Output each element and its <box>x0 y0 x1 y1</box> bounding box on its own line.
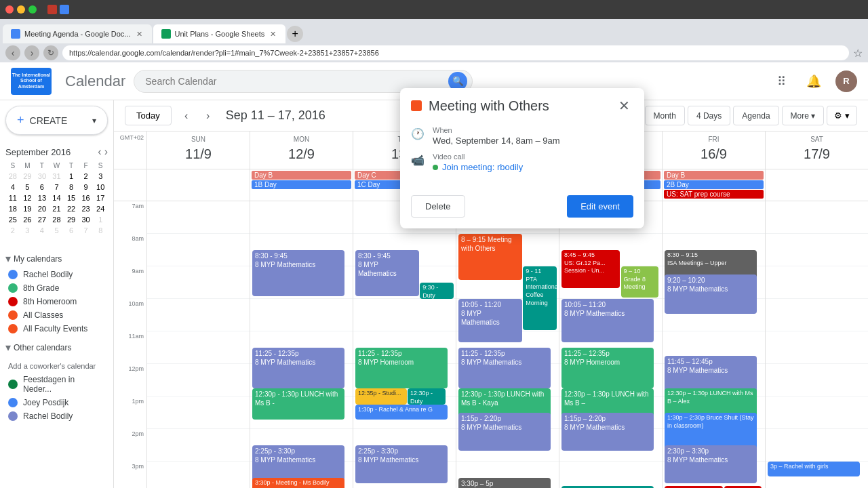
day-num-sat[interactable]: 17/9 <box>806 143 828 165</box>
mini-cal-day-3-3[interactable]: 21 <box>50 203 64 214</box>
cal-item-rachel2[interactable]: Rachel Bodily <box>5 409 108 423</box>
close-button[interactable] <box>5 5 14 14</box>
mini-cal-day-3-0[interactable]: 18 <box>5 203 20 214</box>
cal-item-allclasses[interactable]: All Classes <box>5 308 108 322</box>
event-fri-maths1[interactable]: 9:20 – 10:208 MYP Mathematics <box>665 274 757 314</box>
view-more[interactable]: More ▾ <box>782 106 825 125</box>
new-tab-button[interactable]: + <box>287 26 303 42</box>
mini-cal-day-2-3[interactable]: 14 <box>50 192 64 203</box>
mini-cal-day-4-1[interactable]: 26 <box>20 214 35 225</box>
avatar[interactable]: R <box>835 70 857 92</box>
event-tue-studi[interactable]: 12:35p - Studi... <box>355 388 407 405</box>
forward-button[interactable]: › <box>24 45 39 60</box>
mini-cal-day-0-4[interactable]: 1 <box>64 171 79 182</box>
event-sat-rachel[interactable]: 3p – Rachel with girls <box>768 462 860 476</box>
other-calendars-header[interactable]: ▾ Other calendars <box>5 336 108 357</box>
notifications-button[interactable]: 🔔 <box>803 70 825 92</box>
popup-close-button[interactable]: ✕ <box>614 96 633 115</box>
event-wed-maths3[interactable]: 1:15p - 2:20p8 MYP Mathematics <box>458 413 551 451</box>
cal-item-joey[interactable]: Joey Posdijk <box>5 396 108 409</box>
event-fri-maths3[interactable]: 2:30p – 3:30p8 MYP Mathematics <box>665 445 757 483</box>
tab-2[interactable]: Unit Plans - Google Sheets ✕ <box>153 24 286 43</box>
edit-event-button[interactable]: Edit event <box>567 195 633 218</box>
mini-cal-day-5-0[interactable]: 2 <box>5 225 20 236</box>
event-thu-grade8[interactable]: 9 – 10 Grade 8 Meeting <box>621 266 659 298</box>
mini-cal-day-3-5[interactable]: 23 <box>79 203 94 214</box>
mini-cal-day-0-1[interactable]: 29 <box>20 171 35 182</box>
cal-item-allfaculty[interactable]: All Faculty Events <box>5 322 108 336</box>
create-button[interactable]: + CREATE ▾ <box>5 106 108 135</box>
event-mon-meeting[interactable]: 3:30p - Meeting - Ms Bodily <box>252 478 344 488</box>
my-calendars-header[interactable]: ▾ My calendars <box>5 247 108 268</box>
event-wed-maths1[interactable]: 10:05 - 11:208 MYP Mathematics <box>458 299 522 342</box>
today-button[interactable]: Today <box>125 106 172 125</box>
event-tue-duty2[interactable]: 12:30p - Duty <box>408 388 446 405</box>
mini-cal-day-2-2[interactable]: 13 <box>35 192 50 203</box>
mini-cal-day-1-2[interactable]: 6 <box>35 182 50 192</box>
event-tue-maths2[interactable]: 2:25p - 3:30p8 MYP Mathematics <box>355 445 448 483</box>
cal-item-rachel[interactable]: Rachel Bodily <box>5 268 108 281</box>
mini-cal-day-2-5[interactable]: 16 <box>79 192 94 203</box>
mini-cal-day-5-6[interactable]: 8 <box>93 225 108 236</box>
mini-cal-day-5-2[interactable]: 4 <box>35 225 50 236</box>
mini-cal-day-3-1[interactable]: 19 <box>20 203 35 214</box>
mini-cal-day-5-3[interactable]: 5 <box>50 225 64 236</box>
back-button[interactable]: ‹ <box>5 45 20 60</box>
all-day-event-dayb-fri[interactable]: Day B <box>664 171 764 180</box>
delete-button[interactable]: Delete <box>411 195 465 218</box>
mini-cal-day-4-3[interactable]: 28 <box>50 214 64 225</box>
event-tue-rachel[interactable]: 1:30p - Rachel & Anna re G <box>355 405 448 420</box>
mini-cal-day-0-5[interactable]: 2 <box>79 171 94 182</box>
mini-cal-prev[interactable]: ‹ <box>98 146 101 158</box>
mini-cal-day-0-0[interactable]: 28 <box>5 171 20 182</box>
mini-cal-day-4-2[interactable]: 27 <box>35 214 50 225</box>
event-mon-maths1[interactable]: 8:30 - 9:458 MYP Mathematics <box>252 250 344 296</box>
day-num-mon[interactable]: 12/9 <box>291 143 313 165</box>
prev-arrow[interactable]: ‹ <box>177 106 196 125</box>
event-thu-maths1[interactable]: 10:05 – 11:208 MYP Mathematics <box>561 299 654 342</box>
join-meeting-link[interactable]: Join meeting: rbodily <box>433 162 523 172</box>
cal-item-8homeroom[interactable]: 8th Homeroom <box>5 295 108 308</box>
mini-cal-day-4-5[interactable]: 30 <box>79 214 94 225</box>
event-wed-pta[interactable]: 9 - 11 PTA International Coffee Morning <box>523 266 557 330</box>
mini-cal-day-3-6[interactable]: 24 <box>93 203 108 214</box>
tab-close-2[interactable]: ✕ <box>269 30 277 39</box>
refresh-button[interactable]: ↻ <box>43 45 58 60</box>
all-day-event-dayb-mon[interactable]: Day B <box>252 171 351 180</box>
event-tue-duty1[interactable]: 9:30 - Duty <box>420 283 454 299</box>
event-mon-lunch[interactable]: 12:30p - 1:30p LUNCH with Ms B - <box>252 388 344 420</box>
mini-cal-day-3-4[interactable]: 22 <box>64 203 79 214</box>
mini-cal-day-0-3[interactable]: 31 <box>50 171 64 182</box>
mini-cal-day-5-4[interactable]: 6 <box>64 225 79 236</box>
event-tue-homeroom[interactable]: 11:25 - 12:35p8 MYP Homeroom <box>355 348 448 388</box>
minimize-button[interactable] <box>17 5 25 14</box>
view-4days[interactable]: 4 Days <box>688 106 730 125</box>
event-wed-maths2[interactable]: 11:25 - 12:35p8 MYP Mathematics <box>458 348 551 388</box>
all-day-event-2bday-fri[interactable]: 2B Day <box>664 180 764 189</box>
event-thu-us[interactable]: 8:45 – 9:45US: Gr.12 Pa... Session - Un.… <box>561 250 620 288</box>
tab-1[interactable]: Meeting Agenda - Google Doc... ✕ <box>3 24 152 43</box>
mini-cal-day-5-1[interactable]: 3 <box>20 225 35 236</box>
maximize-button[interactable] <box>28 5 37 14</box>
settings-button[interactable]: ⚙ ▾ <box>827 106 857 125</box>
event-wed-meeting[interactable]: 8 – 9:15 Meeting with Others <box>458 234 522 280</box>
mini-cal-day-1-1[interactable]: 5 <box>20 182 35 192</box>
day-num-fri[interactable]: 16/9 <box>703 143 725 165</box>
view-agenda[interactable]: Agenda <box>733 106 778 125</box>
event-thu-homeroom[interactable]: 11:25 – 12:35p8 MYP Homeroom <box>561 348 654 388</box>
star-icon[interactable]: ☆ <box>853 47 863 60</box>
url-bar[interactable]: https://calendar.google.com/calendar/ren… <box>62 45 849 60</box>
apps-grid-button[interactable]: ⠿ <box>770 70 792 92</box>
event-mon-maths2[interactable]: 11:25 - 12:35p8 MYP Mathematics <box>252 348 344 388</box>
cal-item-8grade[interactable]: 8th Grade <box>5 281 108 295</box>
tab-close-1[interactable]: ✕ <box>135 30 144 39</box>
event-tue-maths1[interactable]: 8:30 - 9:458 MYP Mathematics <box>355 250 419 296</box>
mini-cal-day-2-1[interactable]: 12 <box>20 192 35 203</box>
mini-cal-next[interactable]: › <box>104 146 108 158</box>
mini-cal-day-1-3[interactable]: 7 <box>50 182 64 192</box>
mini-cal-day-2-0[interactable]: 11 <box>5 192 20 203</box>
mini-cal-day-0-2[interactable]: 30 <box>35 171 50 182</box>
all-day-event-sat[interactable]: US: SAT prep course <box>664 190 764 199</box>
mini-cal-day-0-6[interactable]: 3 <box>93 171 108 182</box>
mini-cal-day-4-4[interactable]: 29 <box>64 214 79 225</box>
